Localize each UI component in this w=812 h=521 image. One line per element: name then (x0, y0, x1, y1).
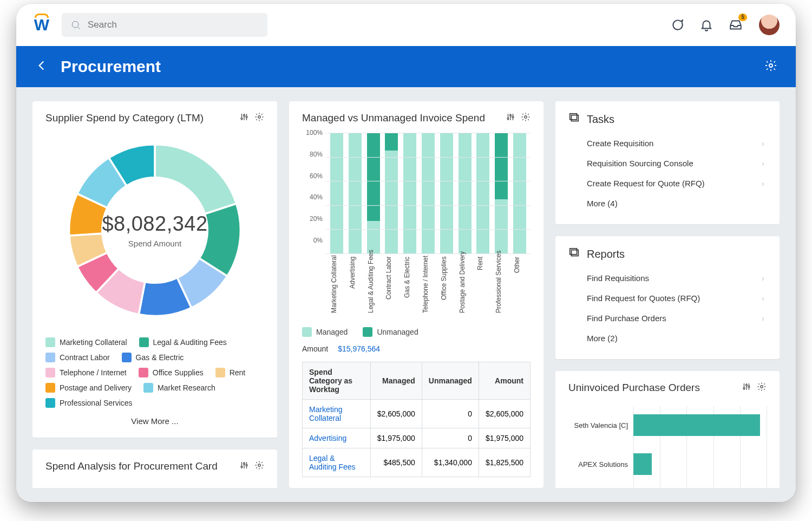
card-reports: Reports Find Requisitions›Find Request f… (555, 236, 780, 359)
card-title: Managed vs Unmanaged Invoice Spend (302, 112, 485, 124)
search-input[interactable] (88, 19, 259, 30)
svg-point-13 (512, 116, 514, 118)
svg-point-2 (769, 64, 772, 67)
swatch-icon (45, 383, 55, 393)
svg-point-20 (746, 385, 748, 386)
window-icon (568, 112, 580, 127)
search-box[interactable] (62, 13, 267, 37)
spend-table: Spend Category as WorktagManagedUnmanage… (302, 362, 531, 477)
legend-item[interactable]: Rent (215, 368, 246, 377)
chevron-right-icon: › (762, 179, 764, 188)
bar (422, 133, 435, 253)
donut-legend: Marketing CollateralLegal & Auditing Fee… (45, 337, 264, 408)
donut-chart: $8,082,342 Spend Amount (57, 133, 252, 328)
legend-item[interactable]: Legal & Auditing Fees (139, 337, 227, 347)
list-item[interactable]: Find Request for Quotes (RFQ)› (568, 288, 767, 308)
back-arrow-icon[interactable] (35, 58, 49, 75)
list-item[interactable]: Requisition Sourcing Console› (568, 153, 767, 173)
bell-icon[interactable] (697, 16, 716, 34)
card-title: Supplier Spend by Category (LTM) (45, 112, 204, 124)
svg-point-9 (246, 465, 247, 466)
card-uninvoiced-po: Uninvoiced Purchase Orders Seth Valencia… (555, 371, 780, 488)
column-header[interactable]: Spend Category as Worktag (303, 362, 371, 400)
svg-point-21 (748, 386, 750, 388)
avatar[interactable] (759, 15, 780, 35)
svg-point-8 (244, 463, 245, 465)
window-icon (568, 247, 580, 262)
swatch-icon (143, 383, 153, 393)
svg-point-6 (258, 116, 261, 119)
chevron-right-icon: › (762, 294, 764, 303)
swatch-icon (45, 353, 55, 362)
app-logo[interactable]: W (32, 16, 51, 34)
card-managed-vs-unmanaged: Managed vs Unmanaged Invoice Spend 0%20%… (289, 101, 543, 488)
inbox-badge: 5 (738, 14, 747, 21)
search-icon (70, 19, 81, 30)
gear-icon[interactable] (757, 382, 767, 394)
svg-point-3 (241, 118, 243, 120)
section-title: Reports (587, 248, 625, 260)
column-header[interactable]: Unmanaged (422, 362, 479, 400)
legend-item[interactable]: Postage and Delivery (45, 383, 132, 393)
svg-point-7 (241, 466, 243, 468)
column-header[interactable]: Managed (370, 362, 422, 400)
bar (403, 133, 416, 253)
list-item[interactable]: Find Purchase Orders› (568, 308, 767, 328)
swatch-icon (139, 337, 149, 347)
chevron-right-icon: › (762, 139, 764, 148)
list-item[interactable]: Create Requisition› (568, 133, 767, 153)
chart-legend: Managed Unmanaged (302, 327, 531, 337)
settings-icon[interactable] (764, 59, 777, 74)
legend-item[interactable]: Contract Labor (45, 353, 110, 362)
legend-item[interactable]: Office Supplies (139, 368, 204, 377)
category-link[interactable]: Legal & Auditing Fees (309, 454, 356, 471)
category-link[interactable]: Marketing Collateral (309, 405, 342, 422)
sliders-icon[interactable] (239, 112, 249, 124)
svg-point-22 (761, 386, 763, 388)
x-axis-labels: Marketing CollateralAdvertisingLegal & A… (302, 253, 531, 313)
list-item[interactable]: Find Requisitions› (568, 268, 767, 288)
chevron-right-icon: › (762, 314, 764, 323)
svg-point-11 (507, 118, 509, 120)
legend-item[interactable]: Market Research (143, 383, 215, 393)
gear-icon[interactable] (521, 112, 531, 124)
page-title: Procurement (61, 57, 161, 76)
bar (459, 133, 472, 253)
chat-icon[interactable] (668, 16, 686, 34)
table-row: Marketing Collateral$2,605,0000$2,605,00… (303, 400, 531, 428)
category-link[interactable]: Advertising (309, 434, 346, 442)
svg-point-0 (72, 21, 78, 28)
list-item[interactable]: More (2) (568, 328, 767, 348)
legend-item[interactable]: Gas & Electric (122, 353, 184, 362)
swatch-icon (45, 398, 55, 408)
column-header[interactable]: Amount (479, 362, 530, 400)
legend-item[interactable]: Professional Services (45, 398, 133, 408)
bar (385, 133, 398, 253)
bar (367, 133, 380, 253)
legend-item[interactable]: Telephone / Internet (45, 368, 127, 377)
svg-point-4 (244, 115, 245, 116)
inbox-icon[interactable]: 5 (726, 16, 745, 34)
view-more-link[interactable]: View More ... (45, 408, 264, 427)
gear-icon[interactable] (254, 112, 264, 124)
sliders-icon[interactable] (742, 382, 751, 394)
amount-link[interactable]: $15,976,564 (338, 344, 380, 353)
svg-point-19 (743, 388, 745, 389)
swatch-icon (45, 368, 55, 377)
bar (330, 133, 343, 253)
donut-label: Spend Amount (128, 239, 181, 248)
gear-icon[interactable] (254, 460, 264, 472)
svg-line-1 (78, 27, 80, 29)
hbar-chart: Seth Valencia [C]APEX Solutions (568, 406, 767, 488)
list-item[interactable]: More (4) (568, 193, 767, 213)
legend-item[interactable]: Marketing Collateral (45, 337, 127, 347)
card-spend-analysis-procurement-card: Spend Analysis for Procurement Card 2,20… (32, 450, 277, 488)
svg-point-5 (246, 116, 247, 118)
swatch-icon (139, 368, 148, 377)
sliders-icon[interactable] (506, 112, 515, 124)
page-header: Procurement (16, 46, 796, 87)
bar (476, 133, 489, 253)
amount-total: Amount $15,976,564 (302, 344, 531, 353)
list-item[interactable]: Create Request for Quote (RFQ)› (568, 173, 767, 193)
sliders-icon[interactable] (239, 460, 249, 472)
